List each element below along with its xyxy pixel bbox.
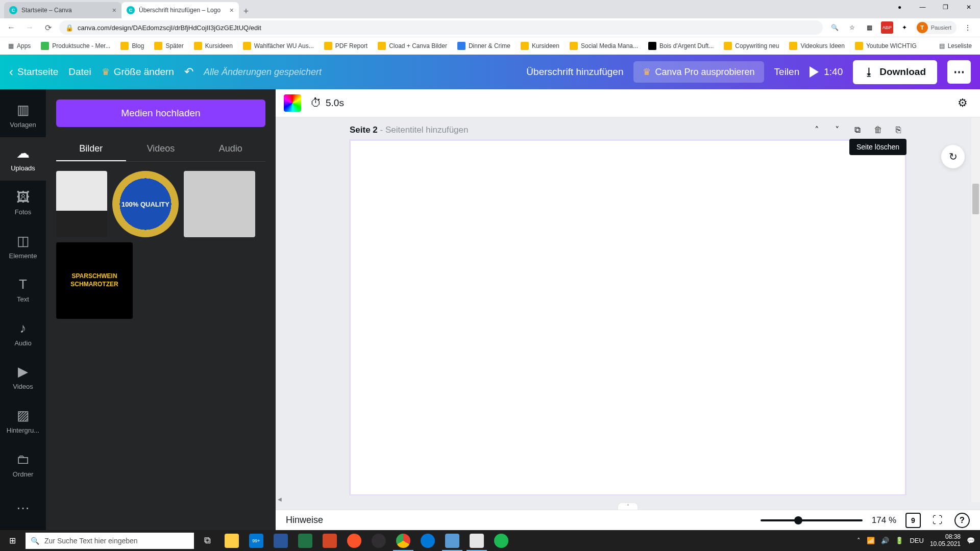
taskbar-app-excel[interactable] (293, 530, 317, 551)
resize-button[interactable]: ♛ Größe ändern (102, 66, 174, 78)
tray-battery-icon[interactable]: 🔋 (895, 537, 903, 544)
star-icon[interactable]: ☆ (846, 21, 859, 34)
present-button[interactable]: 1:40 (810, 66, 843, 78)
color-picker-button[interactable] (284, 94, 301, 112)
bookmark-item[interactable]: Dinner & Crime (453, 40, 514, 52)
rail-templates[interactable]: ▥Vorlagen (0, 93, 46, 137)
rail-uploads[interactable]: ☁Uploads (0, 137, 46, 181)
notes-button[interactable]: Hinweise (286, 515, 323, 525)
tab-videos[interactable]: Videos (126, 137, 196, 161)
design-canvas[interactable] (350, 140, 906, 495)
extensions-menu-icon[interactable]: ✦ (898, 21, 911, 34)
bookmark-item[interactable]: Youtube WICHTIG (851, 40, 921, 52)
page-down-button[interactable]: ˅ (829, 122, 845, 138)
new-tab-button[interactable]: + (239, 4, 253, 18)
start-button[interactable]: ⊞ (0, 530, 24, 551)
help-button[interactable]: ? (954, 513, 970, 528)
taskbar-app-edge[interactable] (415, 530, 440, 551)
undo-button[interactable]: ↶ (184, 65, 193, 79)
taskbar-app-mail[interactable]: 99+ (244, 530, 268, 551)
design-title[interactable]: Überschrift hinzufügen (526, 66, 623, 78)
task-view-button[interactable]: ⧉ (195, 530, 219, 551)
zoom-slider[interactable] (761, 519, 863, 521)
taskbar-app-obs[interactable] (366, 530, 391, 551)
reload-button[interactable]: ⟳ (41, 20, 55, 35)
tray-notifications-icon[interactable]: 💬 (967, 537, 975, 544)
taskbar-app-spotify[interactable] (489, 530, 513, 551)
upload-thumb[interactable]: 100% QUALITY (112, 171, 179, 237)
close-window-button[interactable]: ✕ (957, 0, 980, 14)
tray-chevron-icon[interactable]: ˄ (857, 537, 861, 544)
taskbar-app-explorer[interactable] (219, 530, 244, 551)
tray-volume-icon[interactable]: 🔊 (881, 537, 889, 544)
qr-icon[interactable]: ▦ (864, 21, 876, 34)
tab-close-icon[interactable]: × (112, 6, 116, 14)
tab-audio[interactable]: Audio (195, 137, 265, 161)
bookmark-item[interactable]: Später (150, 40, 187, 52)
rail-elements[interactable]: ◫Elemente (0, 224, 46, 268)
zoom-icon[interactable]: 🔍 (829, 21, 841, 34)
horizontal-scrollbar[interactable]: ◀▶ (276, 495, 980, 503)
taskbar-app-word[interactable] (268, 530, 293, 551)
extension-icon[interactable]: ABP (881, 21, 893, 34)
taskbar-app-brave[interactable] (342, 530, 366, 551)
bookmark-item[interactable]: PDF Report (320, 40, 372, 52)
try-pro-button[interactable]: ♛ Canva Pro ausprobieren (633, 61, 764, 83)
zoom-thumb[interactable] (794, 516, 802, 524)
duplicate-page-button[interactable]: ⧉ (850, 122, 865, 138)
bookmark-item[interactable]: Copywriting neu (720, 40, 783, 52)
home-button[interactable]: ‹ Startseite (9, 65, 58, 79)
rail-more[interactable]: ⋯ (0, 486, 46, 530)
expand-timeline-button[interactable]: ˄ (618, 503, 638, 510)
page-up-button[interactable]: ˄ (809, 122, 824, 138)
tray-wifi-icon[interactable]: 📶 (867, 537, 875, 544)
rail-folders[interactable]: 🗀Ordner (0, 443, 46, 487)
browser-tab-2[interactable]: C Überschrift hinzufügen – Logo × (121, 2, 239, 18)
taskbar-search[interactable]: 🔍 Zur Suche Text hier eingeben (26, 533, 194, 549)
taskbar-app-notepad[interactable] (464, 530, 489, 551)
delete-page-button[interactable]: 🗑 Seite löschen (870, 122, 886, 138)
scroll-thumb[interactable] (972, 184, 979, 214)
tray-language[interactable]: DEU (910, 537, 923, 544)
browser-tab-1[interactable]: C Startseite – Canva × (4, 2, 121, 18)
profile-chip[interactable]: T Pausiert (916, 21, 957, 34)
more-menu-button[interactable]: ⋯ (947, 60, 971, 84)
tray-clock[interactable]: 08:38 10.05.2021 (930, 534, 961, 547)
kebab-menu-icon[interactable]: ⋮ (962, 21, 974, 34)
upload-thumb[interactable] (184, 171, 255, 237)
bookmark-item[interactable]: Bois d'Argent Duft... (644, 40, 718, 52)
page-title-area[interactable]: Seite 2 - Seitentitel hinzufügen (350, 125, 468, 135)
bookmark-item[interactable]: Kursideen (517, 40, 564, 52)
add-page-button[interactable]: ⎘ (891, 122, 906, 138)
upload-thumb[interactable] (56, 171, 107, 237)
bookmark-item[interactable]: Produktsuche - Mer... (37, 40, 114, 52)
taskbar-app-generic[interactable] (440, 530, 464, 551)
duration-button[interactable]: ⏱ 5.0s (310, 96, 344, 110)
rail-photos[interactable]: 🖼Fotos (0, 181, 46, 224)
forward-button[interactable]: → (22, 20, 37, 35)
tab-close-icon[interactable]: × (230, 6, 234, 14)
apps-button[interactable]: ▦Apps (4, 40, 35, 52)
file-menu[interactable]: Datei (68, 66, 91, 78)
share-button[interactable]: Teilen (774, 66, 800, 78)
rail-background[interactable]: ▨Hintergru... (0, 399, 46, 443)
vertical-scrollbar[interactable] (971, 117, 980, 503)
bookmark-overflow[interactable]: ▤Leseliste (935, 40, 976, 52)
taskbar-app-powerpoint[interactable] (317, 530, 342, 551)
filter-button[interactable]: ⚙ (953, 92, 972, 114)
bookmark-item[interactable]: Cload + Canva Bilder (374, 40, 451, 52)
fullscreen-button[interactable]: ⛶ (930, 514, 945, 526)
bookmark-item[interactable]: Videokurs Ideen (785, 40, 849, 52)
taskbar-app-chrome[interactable] (391, 530, 415, 551)
account-dot-icon[interactable]: ● (888, 0, 911, 14)
back-button[interactable]: ← (4, 20, 18, 35)
bookmark-item[interactable]: Wahlfächer WU Aus... (239, 40, 318, 52)
page-count-button[interactable]: 9 (905, 513, 921, 528)
rail-text[interactable]: TText (0, 268, 46, 312)
maximize-button[interactable]: ❐ (934, 0, 957, 14)
address-bar[interactable]: 🔒 canva.com/design/DAEdomzscjI/drBfjHdCo… (59, 20, 823, 35)
reset-view-button[interactable]: ↻ (941, 145, 965, 168)
bookmark-item[interactable]: Kursideen (190, 40, 237, 52)
zoom-percent[interactable]: 174 % (872, 515, 896, 525)
upload-thumb[interactable]: SPARSCHWEIN SCHMAROTZER (56, 242, 133, 319)
